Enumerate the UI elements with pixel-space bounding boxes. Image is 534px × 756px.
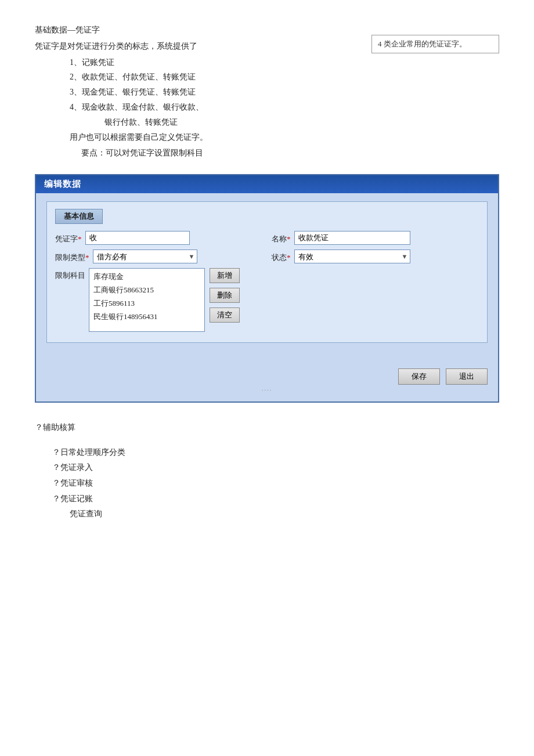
restrict-type-select-wrapper[interactable]: 借方必有 ▼ — [93, 249, 197, 263]
save-button[interactable]: 保存 — [398, 368, 440, 385]
dialog-title: 编辑数据 — [44, 179, 81, 189]
name-row: 名称* — [272, 231, 479, 245]
pzz-row: 凭证字* — [55, 231, 262, 245]
status-select[interactable]: 有效 — [294, 249, 410, 263]
delete-button[interactable]: 删除 — [210, 288, 240, 303]
name-label: 名称* — [272, 231, 291, 244]
exit-button[interactable]: 退出 — [446, 368, 488, 385]
clear-button[interactable]: 清空 — [210, 308, 240, 323]
restrict-type-label: 限制类型* — [55, 250, 89, 263]
restrict-type-row: 限制类型* 借方必有 ▼ — [55, 249, 262, 263]
top-left-text: 基础数据—凭证字 凭证字是对凭证进行分类的标志，系统提供了 1、记账凭证 2、收… — [35, 23, 348, 162]
basic-info-panel: 基本信息 凭证字* 限制类型* — [46, 201, 488, 343]
add-button[interactable]: 新增 — [210, 268, 240, 283]
list-item: 工行5896113 — [92, 297, 202, 310]
resize-indicator: ···· — [36, 387, 498, 393]
status-row: 状态* 有效 ▼ — [272, 249, 479, 263]
restrict-type-select[interactable]: 借方必有 — [93, 249, 197, 263]
restrict-subject-row: 限制科目 库存现金 工商银行58663215 工行5896113 民生银行148… — [55, 268, 262, 332]
pzz-label: 凭证字* — [55, 231, 82, 244]
bottom-item-3: ？凭证录入 — [52, 460, 499, 476]
key-note: 要点：可以对凭证字设置限制科目 — [81, 146, 348, 160]
bottom-item-1: ？辅助核算 — [35, 420, 499, 436]
pzz-input[interactable] — [85, 231, 190, 245]
list-item: 工商银行58663215 — [92, 284, 202, 297]
bottom-item-6: 凭证查询 — [70, 507, 499, 522]
bottom-item-2: ？日常处理顺序分类 — [52, 445, 499, 461]
list-action-buttons: 新增 删除 清空 — [210, 268, 240, 323]
bottom-item-5: ？凭证记账 — [52, 491, 499, 507]
restrict-subject-label: 限制科目 — [55, 268, 85, 281]
dialog-body: 基本信息 凭证字* 限制类型* — [36, 193, 498, 343]
status-select-wrapper[interactable]: 有效 ▼ — [294, 249, 410, 263]
main-title: 基础数据—凭证字 — [35, 23, 348, 37]
desc-line: 凭证字是对凭证进行分类的标志，系统提供了 — [35, 39, 348, 53]
bottom-item-4: ？凭证审核 — [52, 476, 499, 491]
list-item-4b: 银行付款、转账凭证 — [104, 115, 348, 129]
bottom-section: ？辅助核算 ？日常处理顺序分类 ？凭证录入 ？凭证审核 ？凭证记账 凭证查询 — [35, 420, 499, 522]
restrict-subject-list[interactable]: 库存现金 工商银行58663215 工行5896113 民生银行14895643… — [89, 268, 205, 332]
list-item: 库存现金 — [92, 270, 202, 284]
status-label: 状态* — [272, 250, 291, 263]
dialog-title-bar: 编辑数据 — [36, 175, 498, 193]
top-section: 基础数据—凭证字 凭证字是对凭证进行分类的标志，系统提供了 1、记账凭证 2、收… — [35, 23, 499, 162]
voucher-list: 1、记账凭证 2、收款凭证、付款凭证、转账凭证 3、现金凭证、银行凭证、转账凭证… — [70, 56, 348, 129]
user-note: 用户也可以根据需要自己定义凭证字。 — [70, 131, 348, 144]
edit-dialog: 编辑数据 基本信息 凭证字* — [35, 174, 499, 403]
dialog-footer: 保存 退出 — [36, 368, 498, 385]
left-form-col: 凭证字* 限制类型* 借方必有 ▼ — [55, 231, 262, 332]
right-form-col: 名称* 状态* 有效 ▼ — [272, 231, 479, 263]
list-item-3: 3、现金凭证、银行凭证、转账凭证 — [70, 85, 348, 99]
list-item-2: 2、收款凭证、付款凭证、转账凭证 — [70, 70, 348, 84]
list-item-4: 4、现金收款、现金付款、银行收款、 — [70, 100, 348, 114]
list-item: 民生银行148956431 — [92, 310, 202, 324]
list-item-1: 1、记账凭证 — [70, 56, 348, 70]
restrict-content: 库存现金 工商银行58663215 工行5896113 民生银行14895643… — [89, 268, 240, 332]
hint-box: 4 类企业常用的凭证证字。 — [371, 35, 499, 53]
hint-box-wrapper: 4 类企业常用的凭证证字。 — [371, 35, 499, 162]
basic-info-title: 基本信息 — [55, 209, 103, 224]
dialog-spacer — [36, 351, 498, 368]
name-input[interactable] — [294, 231, 410, 245]
